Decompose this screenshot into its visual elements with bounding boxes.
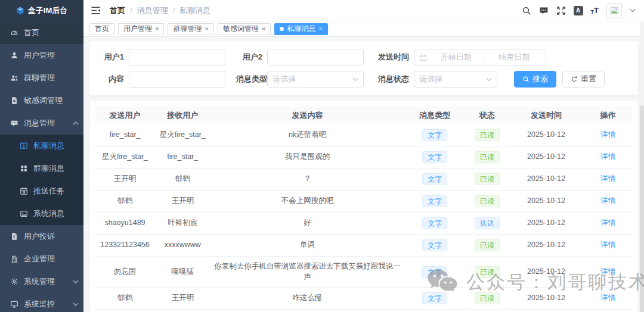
chevron-down-icon [352,77,358,82]
sidebar-menu: 首页用户管理群聊管理敏感词管理消息管理私聊消息群聊消息推送任务系统消息用户投诉企… [0,21,83,312]
sidebar-item-home[interactable]: 首页 [0,21,83,44]
image-icon [20,210,28,218]
detail-link[interactable]: 详情 [600,294,615,302]
users-icon [10,74,18,82]
box-logo-icon [16,7,24,15]
translate-icon[interactable]: A [574,6,583,15]
fullscreen-icon[interactable] [556,6,566,15]
user2-input[interactable] [267,49,364,65]
book-icon [20,142,28,150]
message-type-badge: 文字 [422,266,447,278]
sidebar-subitem-group-messages[interactable]: 群聊消息 [0,157,83,180]
detail-link[interactable]: 详情 [600,219,615,227]
date-range-picker[interactable]: 开始日期 - 结束日期 [414,49,546,65]
type-cell: 文字 [404,191,466,213]
sidebar-item-label: 系统管理 [24,276,67,287]
sender-cell: 勿忘国 [95,257,154,288]
message-type-badge: 文字 [422,292,447,304]
tab-close-icon[interactable]: × [155,26,159,32]
sender-cell: shaoyu1489 [95,213,154,235]
monitor-icon [10,300,18,308]
sidebar-subitem-label: 推送任务 [33,186,64,196]
calendar-icon [419,54,427,61]
message-type-badge: 文字 [422,239,447,251]
tab-close-icon[interactable]: × [205,26,208,32]
detail-link[interactable]: 详情 [600,130,615,139]
detail-link[interactable]: 详情 [600,267,615,276]
detail-link[interactable]: 详情 [600,196,615,205]
status-cell: 已读 [466,257,509,288]
sender-cell: 郁鹤 [95,191,154,213]
sidebar-subitem-push-tasks[interactable]: 推送任务 [0,180,83,202]
sidebar-item-system-mgmt[interactable]: 系统管理 [0,270,83,293]
sidebar-subitem-system-messages[interactable]: 系统消息 [0,202,83,225]
sidebar-item-sensitive-words[interactable]: 敏感词管理 [0,89,83,112]
sidebar-item-group-mgmt[interactable]: 群聊管理 [0,67,83,89]
sidebar-item-user-mgmt[interactable]: 用户管理 [0,44,83,67]
type-cell: 文字 [404,310,466,312]
message-table-panel: 发送用户接收用户发送内容消息类型状态发送时间操作 fire_star_星火fir… [89,101,638,312]
sidebar-item-message-mgmt[interactable]: 消息管理 [0,112,83,135]
table-row: fire_star_星火fire_star_nk还留着吧文字已读2025-10-… [95,124,632,146]
column-header: 发送用户 [95,107,154,124]
breadcrumb-item[interactable]: 首页 [110,5,125,16]
page-scrollbar[interactable] [640,22,644,312]
status-cell: 送达 [466,213,509,235]
sender-cell: 王开明 [95,169,154,191]
status-badge: 送达 [475,217,500,229]
msg-status-select[interactable]: 请选择 [414,71,497,88]
detail-link[interactable]: 详情 [600,174,615,183]
tab-close-icon[interactable]: × [318,26,322,32]
page-scrollbar-thumb[interactable] [640,105,644,312]
content-cell: nk还留着吧 [211,124,404,146]
message-icon[interactable] [539,6,549,15]
content-cell: 单词 [211,235,404,257]
sidebar-collapse-icon[interactable] [91,6,101,15]
receiver-cell: fire_star_ [154,146,211,169]
detail-link[interactable]: 详情 [600,241,615,249]
sidebar-item-enterprise-mgmt[interactable]: 企业管理 [0,248,83,270]
avatar[interactable] [606,3,622,18]
tab-group-mgmt[interactable]: 群聊管理× [168,23,213,35]
dashboard-icon [10,29,18,37]
reset-button-label: 重置 [581,74,596,85]
column-header: 操作 [584,107,632,124]
user1-input[interactable] [129,49,225,65]
tab-user-mgmt[interactable]: 用户管理× [118,23,164,35]
app-root: 盒子IM后台 首页用户管理群聊管理敏感词管理消息管理私聊消息群聊消息推送任务系统… [0,0,644,312]
table-row: 勿忘国嘎嘎猛你复制去你手机自带浏览器搜索进去下载安装好跟我说一声文字已读2025… [95,257,632,288]
tab-home[interactable]: 首页 [89,23,114,35]
content-cell: ? [211,169,404,191]
font-size-icon[interactable]: TT [591,6,599,15]
sidebar-item-user-complaints[interactable]: 用户投诉 [0,225,83,248]
sidebar-subitem-label: 系统消息 [33,208,64,219]
sidebar-subitem-private-messages[interactable]: 私聊消息 [0,135,83,157]
tab-close-icon[interactable]: × [262,26,265,32]
time-cell: 2025-10-12 [509,213,584,235]
receiver-cell: 星火fire_star_ [154,310,211,312]
topbar: 首页/消息管理/私聊消息 A TT [83,0,644,21]
content-label: 内容 [98,74,129,85]
detail-link[interactable]: 详情 [600,152,615,161]
sender-cell: 123321123456 [95,235,154,257]
range-separator: - [482,53,487,62]
msg-type-select[interactable]: 请选择 [267,71,364,88]
content-input[interactable] [129,71,225,88]
time-cell: 2025-10-12 [509,288,584,310]
sidebar-item-system-monitor[interactable]: 系统监控 [0,293,83,312]
tab-sensitive-words[interactable]: 敏感词管理× [218,23,271,35]
user-menu-caret-icon[interactable] [630,8,636,13]
receiver-cell: xxxxwwww [154,235,211,257]
content-cell: 我只是围观的 [211,146,404,169]
user1-label: 用户1 [98,52,129,63]
content-cell: 不会上网搜的吧 [211,191,404,213]
search-icon[interactable] [522,6,531,15]
msg-status-label: 消息状态 [376,74,414,85]
schedule-icon [20,187,28,195]
search-button[interactable]: 搜索 [514,71,556,88]
tab-private-messages[interactable]: 私聊消息× [274,23,327,35]
tab-label: 敏感词管理 [223,24,259,34]
type-cell: 文字 [404,146,466,169]
breadcrumb-separator: / [173,6,175,15]
reset-button[interactable]: 重置 [562,71,605,88]
